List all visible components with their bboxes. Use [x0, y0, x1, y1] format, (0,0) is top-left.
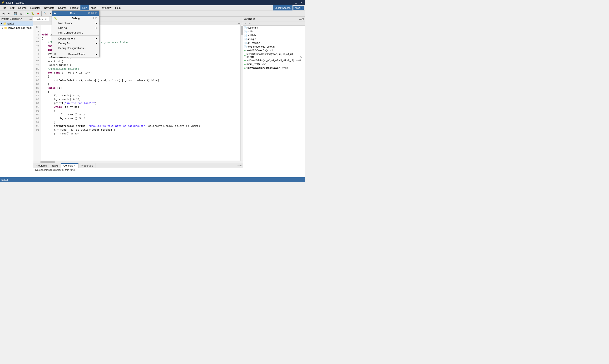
vertical-scrollbar[interactable]	[240, 25, 243, 161]
run-menu-run[interactable]: ▶ Run Ctrl+F11	[52, 11, 99, 16]
menu-help[interactable]: Help	[113, 5, 123, 10]
run-icon: ▶	[54, 12, 56, 15]
outline-item-label: stdio.h	[248, 30, 255, 33]
outline-stdio-h[interactable]: 📄 stdio.h	[243, 29, 304, 33]
menu-file[interactable]: File	[0, 5, 8, 10]
line-numbers: 69 70 71 72 73 74 75 76 77 78 79 80 81 8…	[33, 25, 40, 161]
function-icon: ◆	[244, 59, 246, 62]
toolbar-sep-2	[24, 12, 24, 16]
maximize-button[interactable]: □	[294, 1, 298, 4]
outline-filter[interactable]: ⚙	[248, 22, 252, 26]
include-icon: 📄	[244, 26, 247, 29]
eclipse-icon: Nios II	[293, 6, 304, 10]
debug-history-label: Debug History	[58, 37, 75, 40]
menu-navigate[interactable]: Navigate	[42, 5, 56, 10]
tab-console[interactable]: Console ✕	[61, 163, 79, 168]
external-tools-label: External Tools	[68, 53, 85, 56]
outline-item-label: system.h	[248, 26, 258, 29]
close-button[interactable]: ✕	[299, 1, 303, 4]
run-menu-run-as[interactable]: Run As ▶	[52, 26, 99, 30]
include-icon: 📄	[244, 34, 247, 37]
outline-alt-types-h[interactable]: 📄 alt_types.h	[243, 41, 304, 45]
explorer-label: lab72	[7, 22, 14, 25]
outline-string-h[interactable]: 📄 string.h	[243, 37, 304, 41]
run-menu-debug-as[interactable]: Debug As ▶	[52, 41, 99, 46]
horizontal-scrollbar[interactable]	[33, 161, 243, 163]
bottom-min[interactable]: —	[238, 164, 240, 167]
quick-access-button[interactable]: Quick Access	[273, 5, 292, 11]
outline-type: : void	[295, 59, 301, 62]
tab-problems[interactable]: Problems	[33, 163, 49, 168]
outline-title: Outline ✕	[244, 17, 255, 20]
run-menu-debug-history[interactable]: Debug History ▶	[52, 36, 99, 41]
function-icon: ◆	[244, 63, 246, 65]
outline-setColorPalette[interactable]: ◆ setColorPalette(alt_u8, alt_u8, alt_u8…	[243, 59, 304, 62]
outline-item-label: mem_test()	[247, 63, 260, 65]
toolbar-back[interactable]: ◀	[1, 11, 6, 16]
menu-bar: File Edit Source Refactor Navigate Searc…	[0, 5, 304, 11]
toolbar-debug[interactable]: 🐛	[30, 11, 35, 16]
outline-item-label: text_mode_vga_color.h	[248, 45, 275, 48]
outline-sort[interactable]: ↕	[243, 22, 247, 26]
tab-tasks[interactable]: Tasks	[49, 163, 61, 168]
menu-run[interactable]: Run	[80, 5, 89, 10]
run-menu-run-config[interactable]: Run Configurations...	[52, 30, 99, 35]
console-output: No consoles to display at this time.	[33, 168, 243, 172]
outline-textVGADrawColorText[interactable]: ◆ textVGADrawColorText(char*, int, int, …	[243, 52, 304, 59]
outline-max[interactable]: □	[302, 18, 304, 20]
bottom-max[interactable]: □	[240, 164, 242, 167]
toolbar-stop[interactable]: ■	[36, 11, 40, 16]
menu-niosii[interactable]: Nios II	[89, 5, 100, 10]
title-bar-controls: — □ ✕	[289, 1, 303, 4]
menu-search[interactable]: Search	[56, 5, 68, 10]
debug-icon: 🐛	[54, 17, 57, 20]
outline-mem-test[interactable]: ◆ mem_test() : void	[243, 62, 304, 66]
outline-type: : void	[282, 67, 288, 69]
outline-item-label: textVGAColorClr()	[247, 49, 268, 52]
outline-textVGAColorClr[interactable]: ◆ textVGAColorClr() : void	[243, 49, 304, 52]
debug-shortcut: F11	[93, 17, 97, 20]
outline-type: : void	[261, 63, 266, 65]
bottom-panel: Problems Tasks Console ✕ Properties — □ …	[33, 163, 243, 177]
menu-project[interactable]: Project	[68, 5, 80, 10]
menu-window[interactable]: Window	[100, 5, 113, 10]
run-menu-debug[interactable]: 🐛 Debug F11	[52, 16, 99, 21]
explorer-label: lab72_bsp [lab7soc]	[8, 26, 32, 29]
menu-edit[interactable]: Edit	[8, 5, 16, 10]
minimize-button[interactable]: —	[289, 1, 293, 4]
editor-maximize[interactable]: □	[241, 22, 242, 25]
outline-system-h[interactable]: 📄 system.h	[243, 26, 304, 29]
app-icon: ⚡	[1, 1, 5, 4]
toolbar-run[interactable]: ▶	[25, 11, 30, 16]
outline-type: : v...	[300, 53, 304, 58]
tab-close[interactable]: ✕	[45, 18, 47, 20]
run-menu-debug-config[interactable]: Debug Configurations...	[52, 46, 99, 51]
toolbar-save[interactable]: 💾	[13, 11, 18, 16]
debug-label: Debug	[72, 17, 79, 20]
main-layout: Project Explorer ✕ — ▶ 📁 lab72 ▶ 📁 lab72…	[0, 17, 304, 177]
run-menu-history[interactable]: Run History ▶	[52, 21, 99, 26]
project-explorer-minimize[interactable]: —	[29, 18, 32, 20]
toolbar-print[interactable]: 🖨	[18, 11, 23, 16]
toolbar-build[interactable]: 🔨	[43, 11, 47, 16]
explorer-item-lab72[interactable]: ▶ 📁 lab72	[0, 21, 33, 26]
outline-stdlib-h[interactable]: 📄 stdlib.h	[243, 33, 304, 37]
function-icon: ◆	[244, 49, 246, 52]
outline-textVGAColorScreenSaver[interactable]: ◆ textVGAColorScreenSaver() : void	[243, 66, 304, 70]
tab-properties[interactable]: Properties	[79, 163, 95, 168]
menu-refactor[interactable]: Refactor	[28, 5, 42, 10]
tab-mainc[interactable]: main.c ✕	[33, 17, 49, 21]
toolbar-forward[interactable]: ▶	[6, 11, 11, 16]
window-title: Nios II - Eclipse	[6, 1, 24, 4]
project-explorer-header: Project Explorer ✕ —	[0, 17, 33, 21]
outline-text-mode-h[interactable]: 📄 text_mode_vga_color.h	[243, 45, 304, 49]
outline-min[interactable]: —	[299, 18, 302, 20]
run-as-label: Run As	[58, 26, 67, 29]
debug-config-label: Debug Configurations...	[58, 47, 86, 50]
explorer-item-lab72bsp[interactable]: ▶ 📁 lab72_bsp [lab7soc]	[0, 26, 33, 30]
tab-label: main.c	[36, 18, 43, 21]
run-menu-external-tools[interactable]: ⚙ External Tools ▶	[52, 52, 99, 57]
menu-source[interactable]: Source	[16, 5, 28, 10]
editor-minimize[interactable]: —	[238, 22, 240, 25]
arrow-icon: ▶	[96, 27, 97, 29]
